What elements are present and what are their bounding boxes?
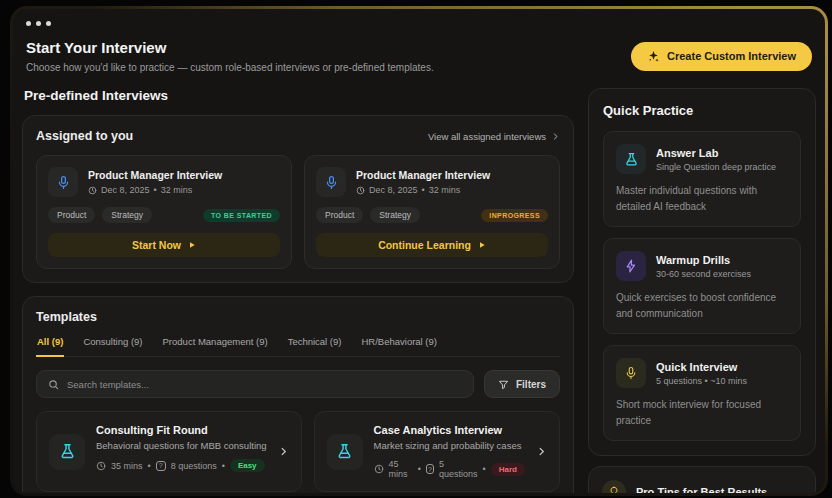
search-row: Filters [36, 370, 560, 398]
tab-hr-behavioral[interactable]: HR/Behavioral (9) [360, 334, 438, 356]
page-header: Start Your Interview Choose how you'd li… [26, 39, 812, 73]
sidebar: Quick Practice Answer Lab Single Questio… [588, 88, 816, 493]
predefined-interviews-heading: Pre-defined Interviews [24, 88, 572, 103]
quick-practice-title: Quick Practice [603, 103, 801, 118]
interview-duration: 32 mins [429, 185, 461, 195]
page-subtitle: Choose how you'd like to practice — cust… [26, 62, 434, 73]
question-icon: ? [156, 461, 166, 471]
interview-card[interactable]: Product Manager Interview Dec 8, 2025 • … [304, 155, 560, 269]
tab-all[interactable]: All (9) [36, 334, 64, 357]
view-all-label: View all assigned interviews [428, 131, 546, 142]
interview-card-header: Product Manager Interview Dec 8, 2025 • … [316, 167, 548, 197]
qp-card-description: Master individual questions with detaile… [616, 183, 788, 214]
interview-title: Product Manager Interview [356, 169, 490, 181]
qp-card-description: Short mock interview for focused practic… [616, 397, 788, 428]
search-input[interactable] [67, 379, 462, 390]
view-all-assigned-link[interactable]: View all assigned interviews [428, 131, 560, 142]
page-title: Start Your Interview [26, 39, 434, 56]
interview-card[interactable]: Product Manager Interview Dec 8, 2025 • … [36, 155, 292, 269]
window-controls[interactable] [26, 21, 816, 26]
play-icon [188, 241, 196, 249]
cta-label: Start Now [132, 239, 181, 251]
template-description: Behavioral questions for MBB consulting [96, 440, 267, 451]
interview-tags-row: Product Strategy INPROGRESS [316, 207, 548, 223]
bolt-icon [616, 251, 646, 281]
question-icon: ? [426, 464, 434, 474]
qp-card-title: Quick Interview [656, 361, 747, 373]
status-badge: TO BE STARTED [203, 209, 280, 222]
qp-card-header: Quick Interview 5 questions • ~10 mins [616, 358, 788, 388]
quick-practice-panel: Quick Practice Answer Lab Single Questio… [588, 88, 816, 456]
template-title: Consulting Fit Round [96, 424, 267, 436]
window-control-dot[interactable] [46, 21, 51, 26]
interview-date: Dec 8, 2025 [369, 185, 418, 195]
tab-technical[interactable]: Technical (9) [287, 334, 343, 356]
start-now-button[interactable]: Start Now [48, 233, 280, 257]
chevron-right-icon [278, 446, 289, 457]
filters-button[interactable]: Filters [484, 370, 560, 398]
chevron-right-icon [551, 132, 560, 141]
interview-card-header: Product Manager Interview Dec 8, 2025 • … [48, 167, 280, 197]
qp-card-header: Warmup Drills 30-60 second exercises [616, 251, 788, 281]
template-card[interactable]: Consulting Fit Round Behavioral question… [36, 411, 302, 492]
window-control-dot[interactable] [36, 21, 41, 26]
flask-icon [616, 144, 646, 174]
quick-practice-card-warmup-drills[interactable]: Warmup Drills 30-60 second exercises Qui… [603, 238, 801, 334]
interview-card-text: Product Manager Interview Dec 8, 2025 • … [88, 169, 222, 195]
qp-card-header: Answer Lab Single Question deep practice [616, 144, 788, 174]
clock-icon [374, 464, 384, 474]
microphone-icon [616, 358, 646, 388]
create-custom-interview-button[interactable]: Create Custom Interview [631, 42, 812, 71]
templates-title: Templates [36, 310, 560, 324]
template-duration: 45 mins [389, 459, 413, 479]
search-icon [48, 379, 59, 390]
difficulty-badge: Hard [491, 463, 525, 476]
template-card-text: Case Analytics Interview Market sizing a… [374, 424, 525, 479]
pro-tips-panel: Pro Tips for Best Results [588, 466, 816, 493]
play-icon [478, 241, 486, 249]
template-description: Market sizing and probability cases [374, 440, 525, 451]
clock-icon [88, 186, 97, 195]
template-questions: 5 questions [439, 459, 478, 479]
clock-icon [96, 461, 106, 471]
tab-product-management[interactable]: Product Management (9) [162, 334, 269, 356]
clock-icon [356, 186, 365, 195]
bullet: • [483, 464, 486, 474]
bullet: • [222, 461, 225, 471]
window-control-dot[interactable] [26, 21, 31, 26]
sparkles-icon [647, 50, 660, 63]
templates-tabs: All (9) Consulting (9) Product Managemen… [36, 334, 560, 357]
template-questions: 8 questions [171, 461, 217, 471]
interview-date: Dec 8, 2025 [101, 185, 150, 195]
qp-card-description: Quick exercises to boost confidence and … [616, 290, 788, 321]
quick-practice-card-quick-interview[interactable]: Quick Interview 5 questions • ~10 mins S… [603, 345, 801, 441]
search-box[interactable] [36, 370, 474, 398]
quick-practice-card-answer-lab[interactable]: Answer Lab Single Question deep practice… [603, 131, 801, 227]
bullet: • [422, 185, 425, 195]
create-custom-interview-label: Create Custom Interview [667, 50, 796, 62]
tab-consulting[interactable]: Consulting (9) [82, 334, 143, 356]
continue-learning-button[interactable]: Continue Learning [316, 233, 548, 257]
content-grid: Pre-defined Interviews Assigned to you V… [22, 88, 816, 493]
status-badge: INPROGRESS [481, 209, 548, 222]
template-card-text: Consulting Fit Round Behavioral question… [96, 424, 267, 479]
qp-card-subtitle: 30-60 second exercises [656, 269, 751, 279]
template-title: Case Analytics Interview [374, 424, 525, 436]
chevron-right-icon [536, 446, 547, 457]
template-card[interactable]: Case Analytics Interview Market sizing a… [314, 411, 560, 492]
pro-tips-title: Pro Tips for Best Results [636, 486, 767, 493]
qp-card-text: Answer Lab Single Question deep practice [656, 147, 776, 172]
filter-funnel-icon [498, 379, 509, 390]
qp-card-title: Warmup Drills [656, 254, 751, 266]
interview-duration: 32 mins [161, 185, 193, 195]
qp-card-text: Quick Interview 5 questions • ~10 mins [656, 361, 747, 386]
bullet: • [148, 461, 151, 471]
filters-label: Filters [516, 379, 546, 390]
qp-card-subtitle: Single Question deep practice [656, 162, 776, 172]
qp-card-subtitle: 5 questions • ~10 mins [656, 376, 747, 386]
microphone-icon [316, 167, 346, 197]
bullet: • [154, 185, 157, 195]
cta-label: Continue Learning [378, 239, 471, 251]
interview-meta: Dec 8, 2025 • 32 mins [88, 185, 222, 195]
template-duration: 35 mins [111, 461, 143, 471]
